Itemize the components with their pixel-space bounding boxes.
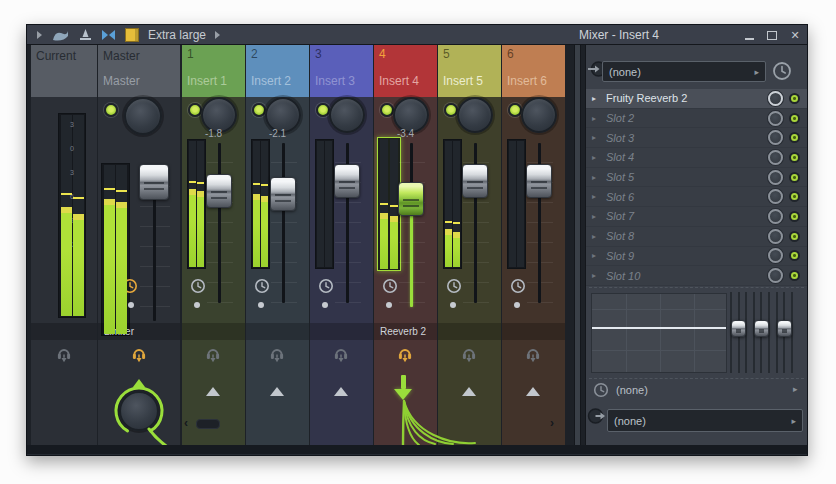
dock-arrows-icon[interactable] (101, 29, 116, 41)
slot-mix-knob[interactable] (768, 189, 783, 204)
master-target-knob[interactable] (119, 391, 159, 431)
slot-enable-led[interactable] (789, 211, 800, 222)
wave-tool-icon[interactable] (51, 28, 70, 42)
scroll-left-chevron-icon[interactable]: ‹ (184, 417, 188, 429)
slot-enable-led[interactable] (789, 270, 800, 281)
monitor-icon[interactable] (270, 345, 284, 365)
volume-fader[interactable] (270, 177, 296, 211)
send-down-arrow-icon[interactable] (394, 389, 412, 400)
slot-enable-led[interactable] (789, 191, 800, 202)
effect-slot-row[interactable]: ▸Slot 10 (586, 266, 807, 286)
slot-mix-knob[interactable] (768, 209, 783, 224)
eq-graph[interactable] (591, 293, 727, 373)
slot-enable-led[interactable] (789, 152, 800, 163)
time-select-arrow-icon[interactable]: ▸ (793, 384, 798, 394)
minimize-button[interactable] (741, 28, 757, 42)
volume-fader[interactable] (526, 164, 552, 198)
volume-fader[interactable] (398, 182, 424, 216)
eq-low-fader[interactable] (730, 292, 747, 373)
send-switch-icon[interactable] (526, 387, 540, 396)
input-source-select[interactable]: (none) ▸ (602, 61, 766, 82)
enable-led[interactable] (380, 103, 394, 117)
time-select-value[interactable]: (none) (616, 384, 648, 396)
clock-icon[interactable] (318, 278, 334, 294)
effect-slot-row[interactable]: ▸Slot 5 (586, 168, 807, 188)
send-switch-icon[interactable] (206, 387, 220, 396)
enable-led[interactable] (252, 103, 266, 117)
pan-knob[interactable] (124, 97, 162, 135)
plugin-label-band[interactable] (438, 323, 501, 340)
strip-header[interactable]: 6Insert 6 (502, 45, 565, 97)
send-switch-icon[interactable] (270, 387, 284, 396)
slot-mix-knob[interactable] (768, 91, 783, 106)
slot-enable-led[interactable] (789, 172, 800, 183)
plugin-label-band[interactable] (502, 323, 565, 340)
slot-mix-knob[interactable] (768, 229, 783, 244)
pan-knob[interactable] (457, 97, 493, 133)
strip-header[interactable]: 5Insert 5 (438, 45, 501, 97)
strip-header[interactable]: Current (31, 45, 97, 97)
slot-enable-led[interactable] (789, 231, 800, 242)
volume-fader[interactable] (462, 164, 488, 198)
plugin-label-band[interactable] (246, 323, 309, 340)
monitor-icon[interactable] (57, 345, 71, 365)
volume-fader[interactable] (206, 174, 232, 208)
input-delay-clock-button[interactable] (772, 61, 792, 81)
slot-mix-knob[interactable] (768, 248, 783, 263)
slot-enable-led[interactable] (789, 250, 800, 261)
maximize-button[interactable] (764, 28, 780, 42)
eq-fader-cap[interactable] (754, 320, 769, 337)
eq-fader-cap[interactable] (777, 320, 792, 337)
enable-led[interactable] (444, 103, 458, 117)
effect-slot-row[interactable]: ▸Slot 3 (586, 128, 807, 148)
strip-header[interactable]: 3Insert 3 (310, 45, 373, 97)
effect-slot-row[interactable]: ▸Slot 2 (586, 109, 807, 129)
close-button[interactable]: ✕ (787, 28, 803, 42)
clock-icon[interactable] (254, 278, 270, 294)
audio-output-icon[interactable] (587, 406, 607, 430)
output-target-select[interactable]: (none) ▸ (607, 409, 803, 432)
titlebar[interactable]: Extra large Mixer - Insert 4 ✕ (27, 25, 807, 45)
eq-fader-cap[interactable] (731, 320, 746, 337)
color-swatch-icon[interactable] (125, 28, 139, 42)
effect-slot-row[interactable]: ▸Slot 9 (586, 247, 807, 267)
clock-icon[interactable] (382, 278, 398, 294)
enable-led[interactable] (188, 103, 202, 117)
scroll-right-chevron-icon[interactable]: › (550, 417, 554, 429)
effect-slot-row[interactable]: ▸Slot 6 (586, 187, 807, 207)
plugin-label-band[interactable] (31, 323, 97, 340)
volume-fader[interactable] (334, 164, 360, 198)
eq-high-fader[interactable] (776, 292, 793, 373)
slot-mix-knob[interactable] (768, 111, 783, 126)
mixer-menu-arrow-icon[interactable] (37, 31, 42, 39)
eq-mid-fader[interactable] (753, 292, 770, 373)
slot-enable-led[interactable] (789, 132, 800, 143)
volume-fader[interactable] (139, 164, 169, 200)
monitor-icon[interactable] (206, 345, 220, 365)
enable-led[interactable] (316, 103, 330, 117)
pan-knob[interactable] (329, 97, 365, 133)
plugin-label-band[interactable] (182, 323, 245, 340)
clock-icon[interactable] (446, 278, 462, 294)
enable-led[interactable] (104, 103, 118, 117)
effect-slot-row[interactable]: ▸Fruity Reeverb 2 (586, 89, 807, 109)
time-clock-icon[interactable] (593, 382, 609, 398)
clock-icon[interactable] (190, 278, 206, 294)
effect-slot-row[interactable]: ▸Slot 7 (586, 207, 807, 227)
slot-enable-led[interactable] (789, 93, 800, 104)
layout-menu-arrow-icon[interactable] (215, 31, 220, 39)
strip-header[interactable]: MasterMaster (98, 45, 180, 97)
monitor-icon[interactable] (132, 345, 146, 365)
strip-header[interactable]: 4Insert 4 (374, 45, 437, 97)
monitor-icon[interactable] (334, 345, 348, 365)
slot-mix-knob[interactable] (768, 150, 783, 165)
slot-mix-knob[interactable] (768, 268, 783, 283)
dock-divider[interactable] (574, 45, 581, 445)
strip-header[interactable]: 2Insert 2 (246, 45, 309, 97)
spike-tool-icon[interactable] (79, 28, 92, 41)
enable-led[interactable] (508, 103, 522, 117)
slot-enable-led[interactable] (789, 113, 800, 124)
effect-slot-row[interactable]: ▸Slot 4 (586, 148, 807, 168)
monitor-icon[interactable] (462, 345, 476, 365)
strip-header[interactable]: 1Insert 1 (182, 45, 245, 97)
